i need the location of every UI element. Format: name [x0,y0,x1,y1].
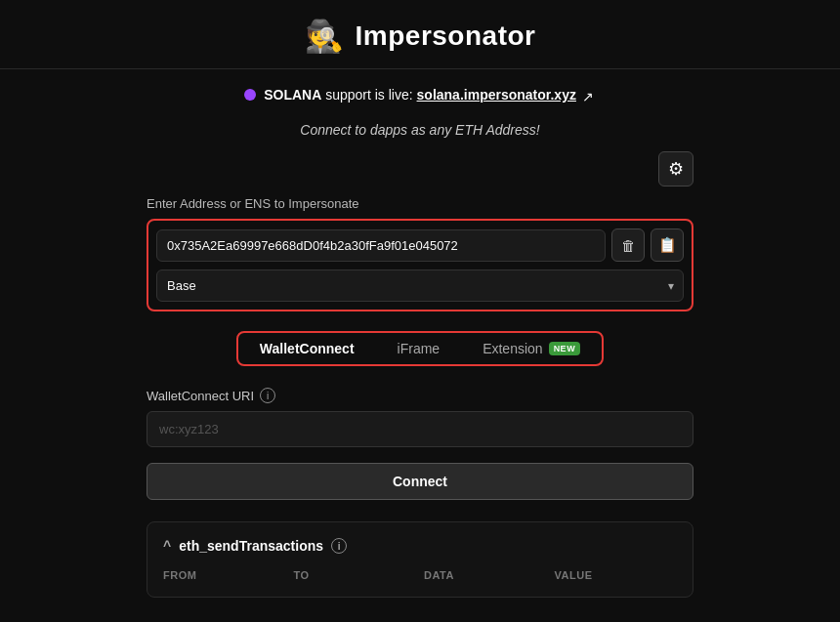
new-badge: NEW [549,342,581,355]
tab-extension-label: Extension [483,341,542,356]
app-title: Impersonator [356,21,536,52]
solana-banner: SOLANA support is live: solana.impersona… [244,87,596,103]
tab-walletconnect-label: WalletConnect [260,341,355,356]
uri-input[interactable] [147,411,693,447]
col-value: VALUE [555,569,678,581]
address-input[interactable] [156,229,606,262]
tab-walletconnect[interactable]: WalletConnect [238,333,376,364]
delete-address-button[interactable]: 🗑 [611,228,645,262]
solana-link[interactable]: solana.impersonator.xyz [417,87,576,103]
subtitle: Connect to dapps as any ETH Address! [300,122,539,138]
network-select-row: Base Ethereum Polygon Arbitrum Optimism … [156,270,684,302]
collapse-icon[interactable]: ^ [163,538,171,554]
tab-iframe-label: iFrame [398,341,441,356]
header: 🕵 Impersonator [0,0,840,69]
connect-button[interactable]: Connect [147,463,693,500]
method-info-icon: i [331,538,347,554]
tab-extension[interactable]: Extension NEW [461,333,602,364]
address-box: 🗑 📋 Base Ethereum Polygon Arbitrum Optim… [147,219,693,311]
network-select[interactable]: Base Ethereum Polygon Arbitrum Optimism [156,270,684,302]
solana-dot-icon [244,89,256,101]
uri-label-row: WalletConnect URI i [147,388,693,403]
col-from: FROM [163,569,286,581]
settings-button[interactable]: ⚙ [658,151,693,187]
table-header-row: FROM TO DATA VALUE [163,569,677,581]
info-icon: i [260,388,275,403]
uri-label: WalletConnect URI [147,389,254,403]
main-content: ⚙ Enter Address or ENS to Impersonate 🗑 … [147,151,693,598]
col-to: TO [294,569,417,581]
tab-iframe[interactable]: iFrame [376,333,462,364]
address-input-row: 🗑 📋 [156,228,684,262]
solana-text: SOLANA support is live: solana.impersona… [264,87,596,103]
external-link-icon: ↗ [582,89,596,103]
method-name: eth_sendTransactions [179,538,323,554]
transactions-section: ^ eth_sendTransactions i FROM TO DATA VA… [147,521,693,598]
logo-icon: 🕵 [305,18,344,55]
copy-address-button[interactable]: 📋 [651,228,684,262]
tab-section: WalletConnect iFrame Extension NEW [147,331,693,366]
tab-group: WalletConnect iFrame Extension NEW [236,331,604,366]
col-data: DATA [424,569,547,581]
transactions-header: ^ eth_sendTransactions i [163,538,677,554]
network-select-wrapper: Base Ethereum Polygon Arbitrum Optimism … [156,270,684,302]
address-label: Enter Address or ENS to Impersonate [147,196,693,211]
